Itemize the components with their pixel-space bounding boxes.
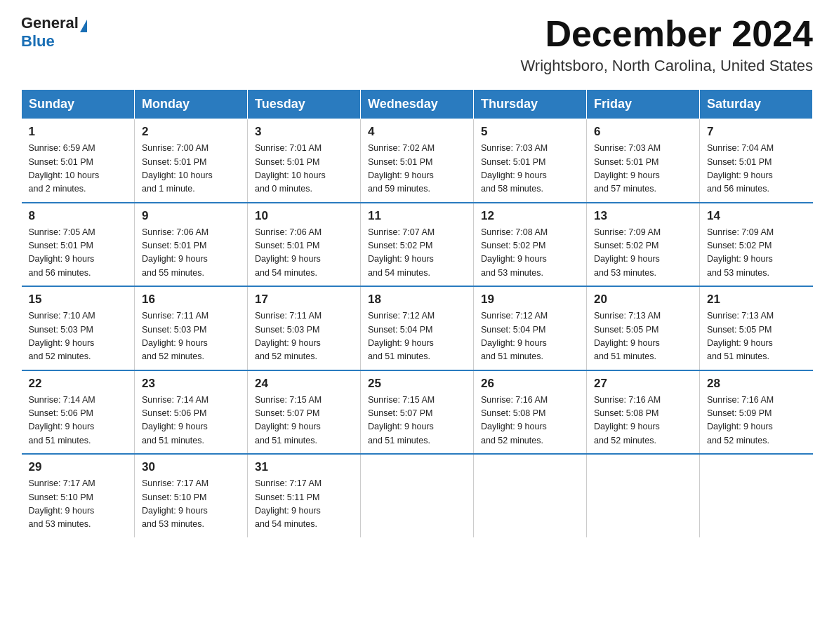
day-info: Sunrise: 7:15 AMSunset: 5:07 PMDaylight:… [255,394,353,448]
calendar-cell: 3Sunrise: 7:01 AMSunset: 5:01 PMDaylight… [248,119,361,203]
day-number: 2 [142,125,240,139]
calendar-cell: 25Sunrise: 7:15 AMSunset: 5:07 PMDayligh… [361,370,474,455]
day-number: 28 [707,377,806,391]
header-cell-saturday: Saturday [700,90,813,119]
calendar-cell: 11Sunrise: 7:07 AMSunset: 5:02 PMDayligh… [361,203,474,287]
week-row-3: 15Sunrise: 7:10 AMSunset: 5:03 PMDayligh… [22,286,813,370]
day-number: 6 [594,125,692,139]
day-number: 31 [255,460,353,474]
day-info: Sunrise: 7:16 AMSunset: 5:08 PMDaylight:… [594,394,692,448]
logo-triangle-icon [80,20,87,32]
calendar-cell: 16Sunrise: 7:11 AMSunset: 5:03 PMDayligh… [135,286,248,370]
header: General Blue December 2024 Wrightsboro, … [21,14,813,75]
calendar-cell: 2Sunrise: 7:00 AMSunset: 5:01 PMDaylight… [135,119,248,203]
day-number: 26 [481,377,579,391]
calendar-cell: 15Sunrise: 7:10 AMSunset: 5:03 PMDayligh… [22,286,135,370]
calendar-cell [587,454,700,537]
calendar-cell: 8Sunrise: 7:05 AMSunset: 5:01 PMDaylight… [22,203,135,287]
week-row-5: 29Sunrise: 7:17 AMSunset: 5:10 PMDayligh… [22,454,813,537]
calendar-cell: 17Sunrise: 7:11 AMSunset: 5:03 PMDayligh… [248,286,361,370]
day-info: Sunrise: 7:17 AMSunset: 5:11 PMDaylight:… [255,477,353,532]
location-title: Wrightsboro, North Carolina, United Stat… [520,57,813,75]
day-info: Sunrise: 7:05 AMSunset: 5:01 PMDaylight:… [29,226,128,281]
logo-general-text: General [21,14,79,32]
day-info: Sunrise: 7:17 AMSunset: 5:10 PMDaylight:… [142,477,240,532]
calendar-cell: 1Sunrise: 6:59 AMSunset: 5:01 PMDaylight… [22,119,135,203]
day-info: Sunrise: 7:13 AMSunset: 5:05 PMDaylight:… [707,309,806,364]
day-number: 18 [368,293,466,307]
day-number: 27 [594,377,692,391]
day-info: Sunrise: 7:10 AMSunset: 5:03 PMDaylight:… [29,309,128,364]
calendar-cell: 14Sunrise: 7:09 AMSunset: 5:02 PMDayligh… [700,203,813,287]
header-row: SundayMondayTuesdayWednesdayThursdayFrid… [22,90,813,119]
day-info: Sunrise: 7:06 AMSunset: 5:01 PMDaylight:… [142,226,240,281]
day-number: 24 [255,377,353,391]
calendar-cell: 23Sunrise: 7:14 AMSunset: 5:06 PMDayligh… [135,370,248,455]
day-info: Sunrise: 7:07 AMSunset: 5:02 PMDaylight:… [368,226,466,281]
header-cell-friday: Friday [587,90,700,119]
calendar-cell [474,454,587,537]
calendar-cell: 26Sunrise: 7:16 AMSunset: 5:08 PMDayligh… [474,370,587,455]
day-info: Sunrise: 7:03 AMSunset: 5:01 PMDaylight:… [481,142,579,196]
calendar-cell: 19Sunrise: 7:12 AMSunset: 5:04 PMDayligh… [474,286,587,370]
day-number: 12 [481,209,579,223]
day-number: 30 [142,460,240,474]
day-number: 1 [29,125,128,139]
day-number: 13 [594,209,692,223]
day-number: 23 [142,377,240,391]
calendar-cell: 13Sunrise: 7:09 AMSunset: 5:02 PMDayligh… [587,203,700,287]
day-info: Sunrise: 7:12 AMSunset: 5:04 PMDaylight:… [368,309,466,364]
day-number: 22 [29,377,128,391]
day-info: Sunrise: 7:06 AMSunset: 5:01 PMDaylight:… [255,226,353,281]
day-info: Sunrise: 6:59 AMSunset: 5:01 PMDaylight:… [29,142,128,196]
calendar-table: SundayMondayTuesdayWednesdayThursdayFrid… [21,89,813,537]
calendar-cell: 22Sunrise: 7:14 AMSunset: 5:06 PMDayligh… [22,370,135,455]
day-number: 14 [707,209,806,223]
day-number: 9 [142,209,240,223]
day-info: Sunrise: 7:11 AMSunset: 5:03 PMDaylight:… [255,309,353,364]
day-number: 20 [594,293,692,307]
week-row-4: 22Sunrise: 7:14 AMSunset: 5:06 PMDayligh… [22,370,813,455]
day-info: Sunrise: 7:16 AMSunset: 5:09 PMDaylight:… [707,394,806,448]
day-number: 3 [255,125,353,139]
calendar-cell [361,454,474,537]
day-number: 29 [29,460,128,474]
day-info: Sunrise: 7:04 AMSunset: 5:01 PMDaylight:… [707,142,806,196]
calendar-cell [700,454,813,537]
calendar-cell: 29Sunrise: 7:17 AMSunset: 5:10 PMDayligh… [22,454,135,537]
month-title: December 2024 [520,14,813,54]
day-info: Sunrise: 7:11 AMSunset: 5:03 PMDaylight:… [142,309,240,364]
calendar-cell: 4Sunrise: 7:02 AMSunset: 5:01 PMDaylight… [361,119,474,203]
day-number: 17 [255,293,353,307]
day-number: 25 [368,377,466,391]
calendar-cell: 7Sunrise: 7:04 AMSunset: 5:01 PMDaylight… [700,119,813,203]
header-cell-tuesday: Tuesday [248,90,361,119]
day-info: Sunrise: 7:00 AMSunset: 5:01 PMDaylight:… [142,142,240,196]
logo-blue-text: Blue [21,32,55,50]
title-area: December 2024 Wrightsboro, North Carolin… [520,14,813,75]
calendar-cell: 9Sunrise: 7:06 AMSunset: 5:01 PMDaylight… [135,203,248,287]
header-cell-wednesday: Wednesday [361,90,474,119]
day-number: 10 [255,209,353,223]
day-info: Sunrise: 7:14 AMSunset: 5:06 PMDaylight:… [29,394,128,448]
day-info: Sunrise: 7:08 AMSunset: 5:02 PMDaylight:… [481,226,579,281]
calendar-cell: 12Sunrise: 7:08 AMSunset: 5:02 PMDayligh… [474,203,587,287]
calendar-cell: 20Sunrise: 7:13 AMSunset: 5:05 PMDayligh… [587,286,700,370]
calendar-cell: 21Sunrise: 7:13 AMSunset: 5:05 PMDayligh… [700,286,813,370]
calendar-cell: 5Sunrise: 7:03 AMSunset: 5:01 PMDaylight… [474,119,587,203]
calendar-cell: 31Sunrise: 7:17 AMSunset: 5:11 PMDayligh… [248,454,361,537]
calendar-cell: 6Sunrise: 7:03 AMSunset: 5:01 PMDaylight… [587,119,700,203]
calendar-cell: 28Sunrise: 7:16 AMSunset: 5:09 PMDayligh… [700,370,813,455]
header-cell-sunday: Sunday [22,90,135,119]
day-info: Sunrise: 7:02 AMSunset: 5:01 PMDaylight:… [368,142,466,196]
day-info: Sunrise: 7:12 AMSunset: 5:04 PMDaylight:… [481,309,579,364]
day-number: 19 [481,293,579,307]
header-cell-monday: Monday [135,90,248,119]
calendar-cell: 30Sunrise: 7:17 AMSunset: 5:10 PMDayligh… [135,454,248,537]
day-info: Sunrise: 7:16 AMSunset: 5:08 PMDaylight:… [481,394,579,448]
day-info: Sunrise: 7:09 AMSunset: 5:02 PMDaylight:… [594,226,692,281]
day-number: 8 [29,209,128,223]
day-number: 5 [481,125,579,139]
calendar-cell: 10Sunrise: 7:06 AMSunset: 5:01 PMDayligh… [248,203,361,287]
calendar-cell: 24Sunrise: 7:15 AMSunset: 5:07 PMDayligh… [248,370,361,455]
